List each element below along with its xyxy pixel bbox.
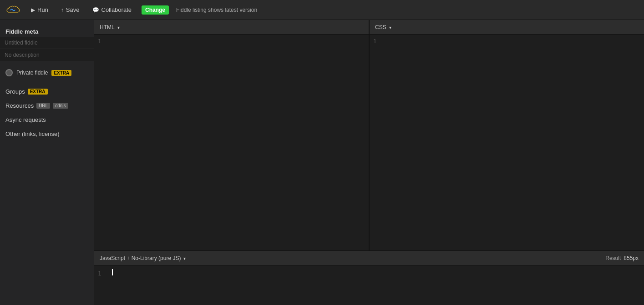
collaborate-label: Collaborate: [101, 6, 132, 13]
html-editor-body[interactable]: 1: [94, 35, 369, 250]
html-dropdown-icon[interactable]: [117, 24, 120, 30]
topbar: ▶ Run ↑ Save 💬 Collaborate Change Fiddle…: [0, 0, 644, 20]
run-label: Run: [37, 6, 48, 13]
js-dropdown-icon[interactable]: [183, 255, 186, 261]
other-label: Other (links, license): [5, 130, 59, 137]
private-fiddle-row: Private fiddle EXTRA: [0, 65, 94, 80]
css-label: CSS: [375, 24, 386, 30]
cursor-block: [112, 269, 113, 275]
fiddle-description-input[interactable]: [0, 49, 94, 61]
html-label: HTML: [100, 24, 115, 30]
css-line-1: 1: [373, 38, 376, 45]
js-cursor-line: [112, 269, 113, 275]
resources-url-badge[interactable]: URL: [36, 103, 50, 109]
chat-icon: 💬: [92, 7, 99, 13]
save-icon: ↑: [61, 7, 64, 13]
sidebar-item-other[interactable]: Other (links, license): [0, 127, 94, 141]
css-editor-pane: CSS 1: [369, 20, 644, 250]
css-editor-body[interactable]: 1: [370, 35, 644, 250]
js-editor-header: JavaScript + No-Library (pure JS) Result…: [94, 251, 644, 265]
js-editor-body[interactable]: 1: [94, 265, 644, 305]
private-toggle[interactable]: [5, 69, 13, 76]
js-header-left: JavaScript + No-Library (pure JS): [100, 255, 186, 261]
async-label: Async requests: [5, 116, 46, 123]
logo: [5, 2, 21, 18]
play-icon: ▶: [31, 7, 35, 13]
editors-bottom: JavaScript + No-Library (pure JS) Result…: [94, 250, 644, 305]
result-label: Result: [605, 255, 621, 261]
html-line-1: 1: [98, 38, 101, 45]
html-editor-pane: HTML 1: [94, 20, 369, 250]
resources-cdnjs-badge[interactable]: cdnjs: [53, 103, 68, 109]
save-label: Save: [66, 6, 80, 13]
css-dropdown-icon[interactable]: [388, 24, 391, 30]
html-editor-header[interactable]: HTML: [94, 20, 369, 35]
fiddle-title-input[interactable]: [0, 37, 94, 49]
sidebar-item-resources[interactable]: Resources URL cdnjs: [0, 99, 94, 113]
run-button[interactable]: ▶ Run: [28, 5, 51, 15]
main-area: Fiddle meta Private fiddle EXTRA Groups …: [0, 20, 644, 305]
sidebar-item-async[interactable]: Async requests: [0, 113, 94, 127]
result-size: 855px: [624, 255, 639, 261]
change-button[interactable]: Change: [142, 5, 169, 15]
save-button[interactable]: ↑ Save: [58, 5, 82, 15]
collaborate-button[interactable]: 💬 Collaborate: [90, 5, 135, 15]
sidebar-item-groups[interactable]: Groups EXTRA: [0, 85, 94, 99]
sidebar: Fiddle meta Private fiddle EXTRA Groups …: [0, 20, 94, 305]
resources-label: Resources: [5, 102, 34, 109]
editors-area: HTML 1 CSS 1: [94, 20, 644, 305]
js-label: JavaScript + No-Library (pure JS): [100, 255, 181, 261]
js-line-1: 1: [98, 270, 101, 277]
js-header-right: Result 855px: [605, 255, 639, 261]
groups-label: Groups: [5, 88, 25, 95]
private-extra-badge: EXTRA: [51, 70, 71, 76]
groups-extra-badge: EXTRA: [28, 89, 48, 95]
fiddle-meta-title: Fiddle meta: [0, 25, 94, 37]
editors-top: HTML 1 CSS 1: [94, 20, 644, 250]
css-editor-header[interactable]: CSS: [370, 20, 644, 35]
private-label: Private fiddle: [16, 70, 48, 76]
topbar-notice: Fiddle listing shows latest version: [176, 7, 257, 13]
